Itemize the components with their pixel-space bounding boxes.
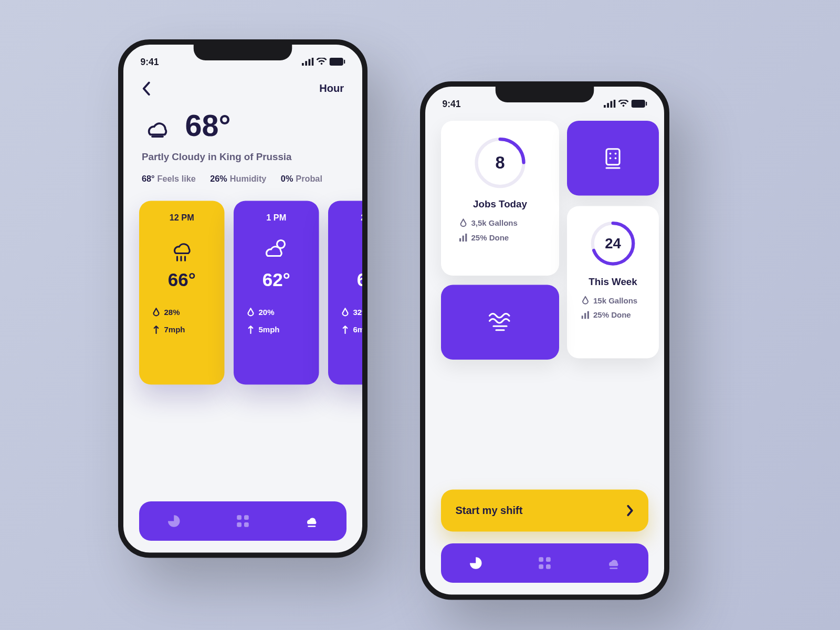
battery-icon [330,58,345,66]
bottom-nav [139,501,346,541]
nav-weather-icon[interactable] [605,554,623,572]
bars-icon [459,234,467,242]
battery-icon [632,100,647,108]
svg-rect-11 [237,515,242,520]
status-icons [604,100,647,108]
jobs-ring: 8 [471,134,529,192]
start-shift-label: Start my shift [456,505,523,517]
svg-point-29 [615,153,617,155]
svg-rect-17 [607,103,609,108]
notch [194,45,292,60]
prob-value: 0% [281,174,293,184]
forecast-time: 1 PM [244,213,309,223]
svg-point-28 [610,153,612,155]
svg-rect-37 [587,311,589,319]
wind-arrow-icon [247,325,255,334]
start-shift-button[interactable]: Start my shift [441,490,648,532]
jobs-today-card[interactable]: 8 Jobs Today 3,5k Gallons 25% Done [441,121,559,276]
forecast-humidity: 28% [164,308,180,317]
svg-rect-42 [539,564,543,569]
svg-rect-0 [302,63,304,66]
rain-cloud-icon [167,236,197,264]
svg-rect-16 [604,105,606,108]
jobs-value: 8 [471,134,529,192]
partly-cloudy-icon [261,236,292,264]
svg-rect-1 [305,61,307,66]
chevron-right-icon [626,505,634,517]
svg-rect-20 [632,100,645,108]
svg-rect-24 [459,238,461,242]
temp-value: 68° [185,108,231,143]
bottom-nav [441,543,648,583]
wind-arrow-icon [152,325,160,334]
svg-rect-27 [606,149,620,165]
back-icon[interactable] [142,81,151,96]
nav-grid-icon[interactable] [536,554,553,572]
status-time: 9:41 [141,57,159,67]
svg-rect-25 [463,236,464,242]
jobs-done: 25% Done [471,233,509,243]
forecast-card[interactable]: 2 PM 64° 32% 6mph [328,201,368,385]
drop-icon [459,218,467,228]
forecast-temp: 64° [339,270,368,291]
forecast-humidity: 32% [353,308,368,317]
water-tile[interactable] [441,285,559,360]
svg-rect-26 [465,234,467,242]
forecast-card[interactable]: 12 PM 66° 28% 7mph [139,201,225,385]
weather-screen: 9:41 Hour 68° Partly Cloudy in King of P… [118,39,368,558]
water-icon [486,309,514,335]
svg-rect-4 [330,58,343,66]
nav-weather-icon[interactable] [303,512,321,530]
drop-icon [152,308,160,317]
svg-rect-19 [614,100,616,108]
svg-rect-36 [584,313,586,319]
cloud-icon [356,237,368,262]
svg-rect-21 [646,102,647,106]
humidity-value: 26% [210,174,227,184]
drop-icon [582,296,590,306]
building-tile[interactable] [567,121,659,196]
forecast-wind: 7mph [164,325,185,334]
nav-grid-icon[interactable] [234,512,251,530]
jobs-gallons: 3,5k Gallons [471,218,518,228]
forecast-temp: 66° [150,270,214,291]
header-hour[interactable]: Hour [319,83,344,95]
humidity-label: Humidity [230,174,267,184]
week-value: 24 [587,218,639,269]
svg-rect-14 [244,522,249,527]
feels-value: 68° [142,174,155,184]
forecast-row: 12 PM 66° 28% 7mph 1 PM 62° 20% 5mph [139,201,346,385]
jobs-title: Jobs Today [454,198,546,209]
nav-stats-icon[interactable] [467,554,485,572]
notch [496,87,594,102]
svg-rect-3 [312,58,314,66]
feels-label: Feels like [158,174,196,184]
week-ring: 24 [587,218,639,269]
svg-rect-18 [611,101,613,108]
building-icon [600,145,626,171]
drop-icon [247,308,255,317]
drop-icon [341,308,349,317]
forecast-wind: 5mph [259,325,280,334]
status-time: 9:41 [443,99,461,109]
forecast-card[interactable]: 1 PM 62° 20% 5mph [234,201,319,385]
svg-point-31 [615,157,617,159]
nav-stats-icon[interactable] [165,512,183,530]
this-week-card[interactable]: 24 This Week 15k Gallons 25% Done [567,206,659,359]
week-title: This Week [576,276,650,287]
current-temp: 68° [139,108,346,143]
signal-icon [604,100,616,108]
week-gallons: 15k Gallons [593,296,637,306]
weather-meta: 68°Feels like 26%Humidity 0%Probal [139,174,346,184]
prob-label: Probal [296,174,322,184]
svg-rect-5 [344,60,345,64]
cloud-icon [142,112,173,139]
forecast-temp: 62° [244,270,309,291]
week-done: 25% Done [593,310,631,320]
wifi-icon [317,58,327,66]
bars-icon [582,311,590,319]
svg-rect-12 [244,515,249,520]
forecast-time: 2 PM [339,213,368,223]
svg-rect-43 [546,564,551,569]
dashboard-grid: 8 Jobs Today 3,5k Gallons 25% Done 24 Th… [441,121,648,410]
